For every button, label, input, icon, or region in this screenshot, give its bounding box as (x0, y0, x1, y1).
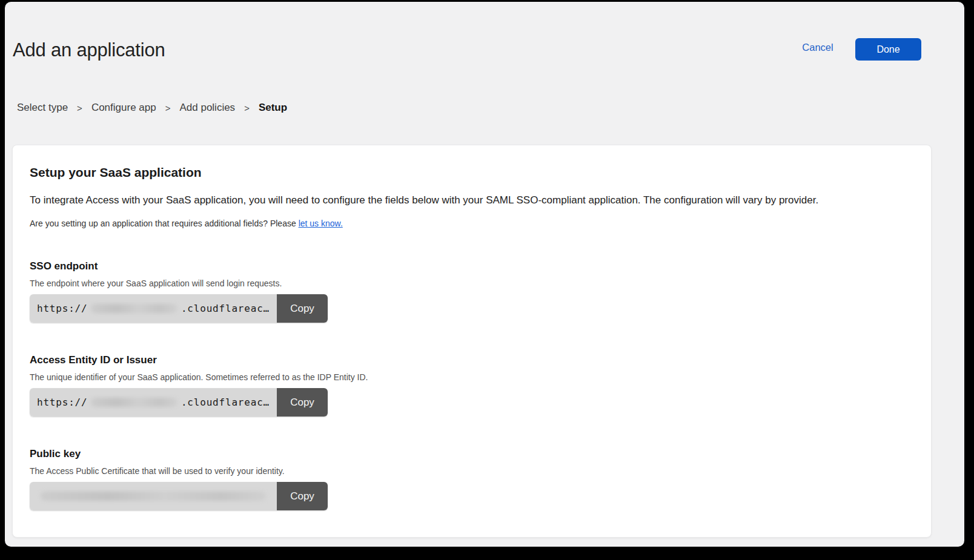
entity-id-value: https:// .cloudflareac… (30, 388, 277, 417)
entity-id-copy-button[interactable]: Copy (277, 388, 328, 417)
let-us-know-link[interactable]: let us know. (299, 219, 343, 228)
entity-id-description: The unique identifier of your SaaS appli… (30, 372, 914, 382)
breadcrumb-step-select-type[interactable]: Select type (17, 102, 68, 114)
value-prefix: https:// (37, 397, 87, 408)
public-key-copy-button[interactable]: Copy (277, 482, 328, 510)
breadcrumb: Select type > Configure app > Add polici… (17, 102, 287, 114)
card-heading: Setup your SaaS application (30, 165, 914, 180)
breadcrumb-separator: > (77, 103, 82, 113)
sso-endpoint-value: https:// .cloudflareac… (30, 294, 277, 323)
page: Add an application Cancel Done Select ty… (5, 2, 964, 547)
note-text-static: Are you setting up an application that r… (30, 219, 296, 228)
public-key-field: Copy (30, 482, 328, 510)
breadcrumb-step-configure-app[interactable]: Configure app (91, 102, 156, 114)
breadcrumb-step-add-policies[interactable]: Add policies (179, 102, 235, 114)
breadcrumb-separator: > (165, 103, 171, 113)
intro-text: To integrate Access with your SaaS appli… (30, 194, 914, 207)
entity-id-field: https:// .cloudflareac… Copy (30, 388, 328, 417)
sso-endpoint-copy-button[interactable]: Copy (277, 294, 328, 323)
public-key-label: Public key (30, 448, 914, 460)
value-suffix: .cloudflareac… (181, 303, 270, 314)
done-button[interactable]: Done (855, 38, 921, 61)
page-title: Add an application (13, 39, 165, 61)
redacted-value (41, 492, 266, 501)
breadcrumb-step-setup: Setup (259, 102, 287, 114)
breadcrumb-separator: > (244, 103, 250, 113)
sso-endpoint-description: The endpoint where your SaaS application… (30, 278, 914, 288)
note-text: Are you setting up an application that r… (30, 219, 914, 229)
cancel-button[interactable]: Cancel (798, 42, 837, 53)
public-key-value (30, 482, 277, 510)
setup-card: Setup your SaaS application To integrate… (12, 145, 932, 538)
value-prefix: https:// (37, 303, 87, 314)
redacted-value (91, 398, 177, 407)
redacted-value (91, 304, 177, 313)
value-suffix: .cloudflareac… (181, 397, 270, 408)
entity-id-label: Access Entity ID or Issuer (30, 354, 914, 366)
public-key-description: The Access Public Certificate that will … (30, 466, 914, 476)
sso-endpoint-label: SSO endpoint (30, 260, 914, 272)
sso-endpoint-field: https:// .cloudflareac… Copy (30, 294, 328, 323)
